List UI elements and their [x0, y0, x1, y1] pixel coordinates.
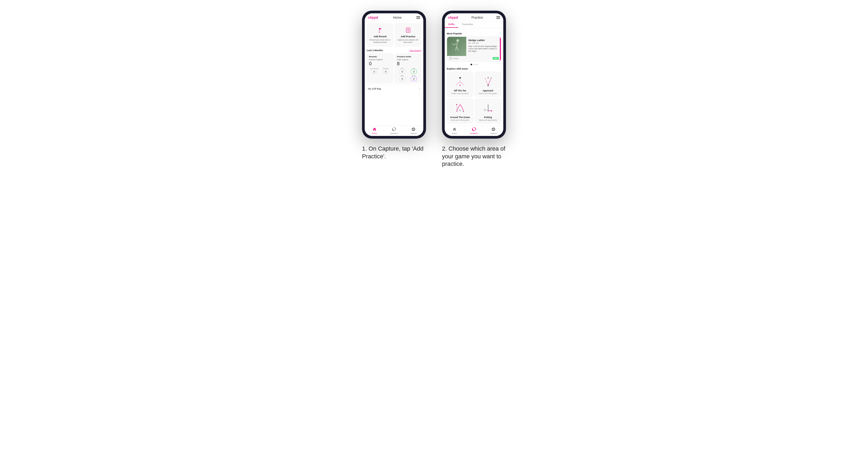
- approach-icon: [482, 75, 495, 88]
- featured-title: Wedge Ladder: [468, 39, 485, 41]
- skill-grid: Off The Tee Power and accuracy: [447, 72, 501, 123]
- svg-point-20: [491, 77, 492, 79]
- skill-off-tee[interactable]: Off The Tee Power and accuracy: [447, 72, 473, 97]
- hamburger-icon-1[interactable]: [416, 16, 420, 19]
- practice-icon: [404, 26, 412, 34]
- practice-drills-col: Practice Drills Drills Capture 8 OTT 0 A…: [395, 53, 421, 83]
- accent-bar: [500, 37, 501, 61]
- add-round-card[interactable]: Add Round Record your shots fast or enha…: [367, 24, 393, 46]
- app-value: 4: [411, 69, 417, 74]
- dot-2: [473, 64, 475, 65]
- dot-1: [470, 64, 472, 65]
- phone-1-header: clippd Home: [365, 13, 423, 21]
- action-cards-row: Add Round Record your shots fast or enha…: [367, 24, 421, 46]
- capture-nav-icon-2: [491, 127, 496, 132]
- approach-desc: Dial-in to hit the green: [479, 93, 497, 94]
- view-activity-link[interactable]: View Activity: [409, 49, 421, 52]
- svg-point-1: [378, 33, 380, 33]
- svg-line-7: [457, 42, 458, 46]
- nav-home-1[interactable]: Home: [365, 127, 384, 134]
- ott-label: OTT: [401, 68, 404, 69]
- putting-title: Putting: [484, 116, 492, 119]
- flag-icon: [376, 26, 384, 34]
- phone-1-screen: clippd Home: [365, 13, 423, 136]
- practice-title: Practice: [471, 16, 483, 20]
- skill-atg[interactable]: Around The Green Hone your short game: [447, 98, 473, 123]
- putting-icon: [482, 101, 495, 115]
- atg-desc: Hone your short game: [451, 119, 469, 121]
- rounds-sub-row: Tournament 0 Practice 0: [369, 68, 391, 74]
- phone-2: clippd Practice Drills Favourites Most P…: [442, 11, 506, 138]
- rounds-title: Rounds: [369, 56, 391, 58]
- arg-value: 0: [399, 77, 405, 81]
- skill-approach[interactable]: Approach Dial-in to hit the green: [475, 72, 501, 97]
- practice-drills-title: Practice Drills: [397, 56, 419, 58]
- nav-activities-2[interactable]: Activities: [464, 127, 484, 134]
- putting-desc: Make and lag practice: [479, 119, 497, 121]
- golf-bag-row[interactable]: My Golf Bag ›: [367, 85, 421, 92]
- featured-card-inner: Wedge Ladder ☆ 50–100 yds Play 1 shot at…: [447, 37, 501, 56]
- phone-1-section: clippd Home: [362, 11, 426, 160]
- home-nav-icon-1: [372, 127, 377, 132]
- svg-point-17: [460, 85, 461, 86]
- phone-1: clippd Home: [362, 11, 426, 138]
- nav-capture-1[interactable]: Capture: [404, 127, 423, 134]
- off-tee-title: Off The Tee: [454, 89, 466, 92]
- svg-point-26: [491, 111, 492, 112]
- caption-2: 2. Choose which area of your game you wa…: [442, 145, 506, 168]
- svg-line-16: [460, 81, 464, 85]
- add-round-title: Add Round: [373, 35, 386, 38]
- drills-sub-row-1: OTT 0 APP 4: [397, 68, 419, 74]
- nav-activities-1[interactable]: Activities: [384, 127, 404, 134]
- last-3-months-label: Last 3 Months: [367, 49, 383, 52]
- arg-box: ARG 0: [397, 75, 408, 81]
- approach-title: Approach: [483, 89, 493, 92]
- stats-header: Last 3 Months View Activity: [367, 49, 421, 52]
- svg-line-15: [456, 81, 460, 85]
- dot-3: [476, 64, 477, 65]
- tournament-box: Tournament 0: [369, 68, 380, 74]
- featured-desc: Play 1 shot at each target yardage. If y…: [468, 45, 499, 52]
- skill-putting[interactable]: Putting Make and lag practice: [475, 98, 501, 123]
- rounds-capture-value: 0: [369, 61, 391, 67]
- tee-icon: [454, 75, 467, 88]
- svg-point-21: [459, 109, 461, 112]
- capture-nav-icon-1: [411, 127, 415, 132]
- home-title: Home: [393, 16, 401, 20]
- svg-line-11: [457, 46, 458, 51]
- ott-value: 0: [399, 69, 405, 74]
- featured-img: [447, 37, 466, 56]
- nav-home-2[interactable]: Home: [445, 127, 464, 134]
- putt-label: PUTT: [412, 75, 416, 76]
- phone-2-content: Most Popular: [445, 30, 503, 126]
- svg-rect-2: [406, 28, 410, 33]
- clippd-logo-1: clippd: [368, 15, 378, 20]
- putt-value: 4: [411, 77, 417, 81]
- practice-label: Practice: [383, 68, 389, 69]
- tournament-value: 0: [371, 69, 377, 74]
- featured-footer: 9 shots APP: [447, 56, 501, 61]
- svg-point-3: [407, 29, 409, 31]
- add-round-desc: Record your shots fast or enhanced mode: [369, 39, 391, 43]
- tabs-row: Drills Favourites: [445, 21, 503, 28]
- arg-label: ARG: [400, 75, 404, 76]
- img-placeholder: [447, 37, 466, 56]
- nav-home-label-2: Home: [452, 132, 457, 134]
- add-practice-card[interactable]: Add Practice Capture your practice off-t…: [395, 24, 421, 46]
- tab-drills[interactable]: Drills: [445, 21, 458, 28]
- phone-1-content: Add Round Record your shots fast or enha…: [365, 21, 423, 126]
- featured-subtitle: 50–100 yds: [468, 42, 499, 44]
- svg-point-19: [488, 77, 489, 79]
- activities-nav-icon-2: [472, 127, 476, 132]
- svg-line-10: [456, 46, 457, 51]
- practice-box: Practice 0: [381, 68, 391, 74]
- add-practice-desc: Capture your practice off-the-course: [397, 39, 419, 43]
- chevron-right-icon: ›: [419, 87, 420, 90]
- nav-capture-2[interactable]: Capture: [484, 127, 503, 134]
- star-icon: ☆: [496, 39, 499, 41]
- tab-favourites[interactable]: Favourites: [458, 21, 477, 28]
- hamburger-icon-2[interactable]: [496, 16, 500, 19]
- featured-card[interactable]: Wedge Ladder ☆ 50–100 yds Play 1 shot at…: [447, 36, 501, 62]
- nav-capture-label-1: Capture: [410, 132, 417, 134]
- home-nav-icon-2: [453, 127, 457, 132]
